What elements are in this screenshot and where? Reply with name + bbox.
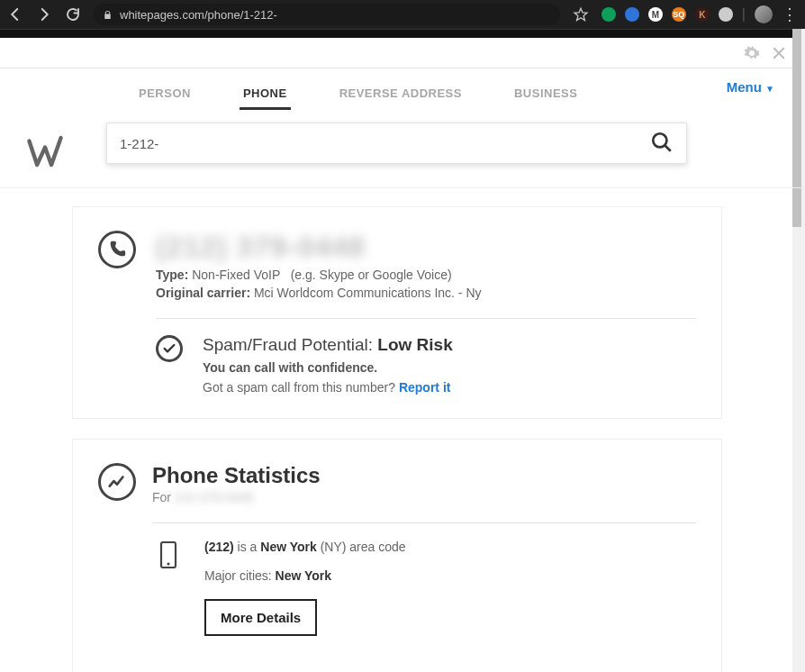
gear-icon[interactable] <box>744 45 760 61</box>
extension-icon[interactable] <box>601 7 616 22</box>
close-icon[interactable] <box>771 45 787 61</box>
browser-chrome: whitepages.com/phone/1-212- M SQ K | ⋮ <box>0 0 805 29</box>
search-icon <box>650 131 674 154</box>
tab-person[interactable]: PERSON <box>135 79 194 110</box>
profile-avatar[interactable] <box>755 5 773 23</box>
forward-icon[interactable] <box>36 6 52 23</box>
page-topbar <box>0 38 805 68</box>
checkmark-icon <box>156 335 183 362</box>
lock-icon <box>103 10 113 20</box>
spam-question: Got a spam call from this number? Report… <box>203 380 453 395</box>
search-input[interactable] <box>120 136 650 151</box>
phone-icon <box>98 231 136 268</box>
reload-icon[interactable] <box>65 6 81 23</box>
divider <box>152 522 696 523</box>
mobile-icon <box>158 540 179 636</box>
menu-label: Menu <box>727 79 762 95</box>
phone-type: Type: Non-Fixed VoIP (e.g. Skype or Goog… <box>156 268 696 282</box>
stats-title: Phone Statistics <box>152 463 696 488</box>
phone-carrier: Original carrier: Mci Worldcom Communica… <box>156 286 696 300</box>
spam-title: Spam/Fraud Potential: Low Risk <box>203 335 453 355</box>
search-header: Menu ▼ PERSON PHONE REVERSE ADDRESS BUSI… <box>0 68 805 188</box>
chevron-down-icon: ▼ <box>765 84 774 94</box>
tab-bar: PERSON PHONE REVERSE ADDRESS BUSINESS <box>135 79 805 110</box>
phone-number: (212) 379-0448 <box>156 231 696 264</box>
stats-icon <box>98 463 136 501</box>
stats-for: For 212-379-0448 <box>152 490 696 504</box>
extension-icon[interactable]: M <box>648 7 663 22</box>
divider <box>156 318 696 319</box>
area-code-text: (212) is a New York (NY) area code <box>204 540 406 554</box>
svg-point-3 <box>167 562 169 565</box>
extension-icon[interactable]: K <box>695 7 710 22</box>
cities-text: Major cities: New York <box>204 568 406 583</box>
address-bar[interactable]: whitepages.com/phone/1-212- <box>94 4 560 25</box>
logo-icon[interactable] <box>25 132 65 171</box>
extension-icon[interactable] <box>719 7 733 22</box>
spam-section: Spam/Fraud Potential: Low Risk You can c… <box>156 335 696 395</box>
browser-border <box>0 29 805 38</box>
svg-line-1 <box>665 145 671 151</box>
phone-result-card: (212) 379-0448 Type: Non-Fixed VoIP (e.g… <box>72 206 722 419</box>
menu-link[interactable]: Menu ▼ <box>727 79 774 95</box>
tab-phone[interactable]: PHONE <box>240 79 291 110</box>
extension-icon[interactable] <box>625 7 639 22</box>
back-icon[interactable] <box>7 6 23 23</box>
results-container: (212) 379-0448 Type: Non-Fixed VoIP (e.g… <box>72 206 722 672</box>
tab-reverse-address[interactable]: REVERSE ADDRESS <box>336 79 466 110</box>
extensions: M SQ K | ⋮ <box>601 5 798 23</box>
url-text: whitepages.com/phone/1-212- <box>120 8 277 22</box>
search-button[interactable] <box>650 131 674 157</box>
tab-business[interactable]: BUSINESS <box>511 79 581 110</box>
svg-point-0 <box>653 133 666 147</box>
extension-icon[interactable]: SQ <box>672 7 686 22</box>
spam-confidence: You can call with confidence. <box>203 360 453 375</box>
star-icon[interactable] <box>573 6 589 23</box>
search-box <box>106 123 687 164</box>
more-details-button[interactable]: More Details <box>204 599 317 636</box>
report-link[interactable]: Report it <box>399 380 451 395</box>
phone-stats-card: Phone Statistics For 212-379-0448 (212) … <box>72 439 722 672</box>
